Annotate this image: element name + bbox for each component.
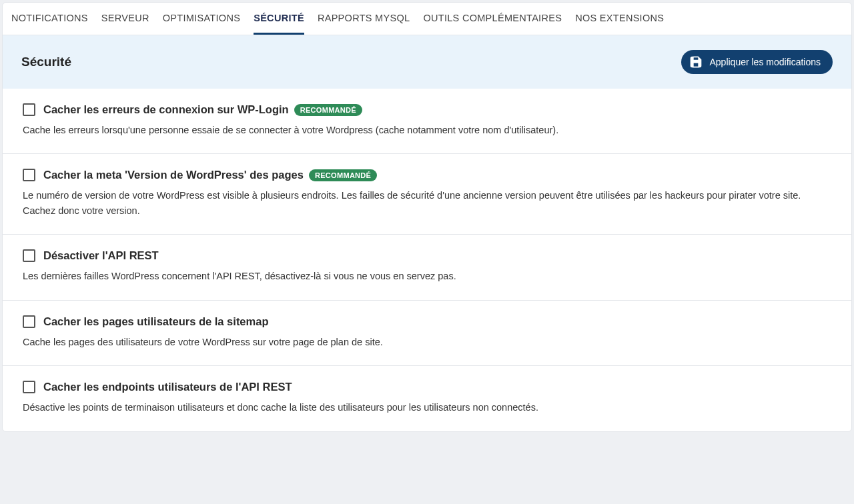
option-checkbox[interactable]: [23, 381, 35, 393]
option-title: Cacher la meta 'Version de WordPress' de…: [43, 169, 304, 181]
tab-nos-extensions[interactable]: NOS EXTENSIONS: [575, 3, 664, 35]
recommended-badge: RECOMMANDÉ: [294, 104, 362, 116]
option-head: Cacher les pages utilisateurs de la site…: [23, 315, 831, 328]
option-title-wrap: Cacher les erreurs de connexion sur WP-L…: [43, 103, 362, 116]
apply-changes-button[interactable]: Appliquer les modifications: [681, 50, 833, 74]
option-checkbox[interactable]: [23, 315, 35, 328]
option-description: Cache les erreurs lorsqu'une personne es…: [23, 123, 831, 137]
option-head: Cacher les erreurs de connexion sur WP-L…: [23, 103, 831, 116]
option-description: Cache les pages des utilisateurs de votr…: [23, 335, 831, 349]
option-checkbox[interactable]: [23, 169, 35, 181]
option-title: Cacher les endpoints utilisateurs de l'A…: [43, 381, 292, 393]
option-head: Désactiver l'API REST: [23, 249, 831, 262]
tab-outils-compl-mentaires[interactable]: OUTILS COMPLÉMENTAIRES: [423, 3, 562, 35]
tab-serveur[interactable]: SERVEUR: [101, 3, 149, 35]
option-hide-wp-login-errors: Cacher les erreurs de connexion sur WP-L…: [3, 89, 851, 154]
page-title: Sécurité: [21, 55, 71, 69]
option-description: Le numéro de version de votre WordPress …: [23, 188, 831, 218]
option-title-wrap: Cacher les endpoints utilisateurs de l'A…: [43, 381, 292, 393]
option-hide-wp-version-meta: Cacher la meta 'Version de WordPress' de…: [3, 154, 851, 235]
tab-optimisations[interactable]: OPTIMISATIONS: [163, 3, 240, 35]
option-title: Cacher les erreurs de connexion sur WP-L…: [43, 103, 289, 116]
svg-rect-0: [693, 57, 699, 61]
option-hide-sitemap-user-pages: Cacher les pages utilisateurs de la site…: [3, 301, 851, 366]
option-description: Désactive les points de terminaison util…: [23, 400, 831, 415]
tab-rapports-mysql[interactable]: RAPPORTS MYSQL: [318, 3, 410, 35]
option-head: Cacher la meta 'Version de WordPress' de…: [23, 169, 831, 181]
option-hide-rest-user-endpoints: Cacher les endpoints utilisateurs de l'A…: [3, 366, 851, 431]
svg-rect-1: [693, 63, 699, 67]
option-checkbox[interactable]: [23, 249, 35, 262]
option-checkbox[interactable]: [23, 103, 35, 116]
option-description: Les dernières failles WordPress concerne…: [23, 269, 831, 283]
option-title-wrap: Cacher la meta 'Version de WordPress' de…: [43, 169, 377, 181]
option-head: Cacher les endpoints utilisateurs de l'A…: [23, 381, 831, 393]
option-disable-rest-api: Désactiver l'API RESTLes dernières faill…: [3, 235, 851, 300]
settings-panel: NOTIFICATIONSSERVEUROPTIMISATIONSSÉCURIT…: [2, 2, 852, 432]
tab-s-curit-[interactable]: SÉCURITÉ: [254, 3, 304, 35]
option-title: Désactiver l'API REST: [43, 249, 159, 262]
option-title-wrap: Cacher les pages utilisateurs de la site…: [43, 315, 268, 328]
apply-changes-label: Appliquer les modifications: [709, 57, 821, 67]
save-icon: [689, 55, 703, 69]
tab-notifications[interactable]: NOTIFICATIONS: [11, 3, 88, 35]
option-title-wrap: Désactiver l'API REST: [43, 249, 159, 262]
recommended-badge: RECOMMANDÉ: [309, 169, 377, 181]
options-list: Cacher les erreurs de connexion sur WP-L…: [3, 89, 851, 431]
page-header: Sécurité Appliquer les modifications: [3, 35, 851, 89]
tab-bar: NOTIFICATIONSSERVEUROPTIMISATIONSSÉCURIT…: [3, 3, 851, 35]
option-title: Cacher les pages utilisateurs de la site…: [43, 315, 268, 328]
